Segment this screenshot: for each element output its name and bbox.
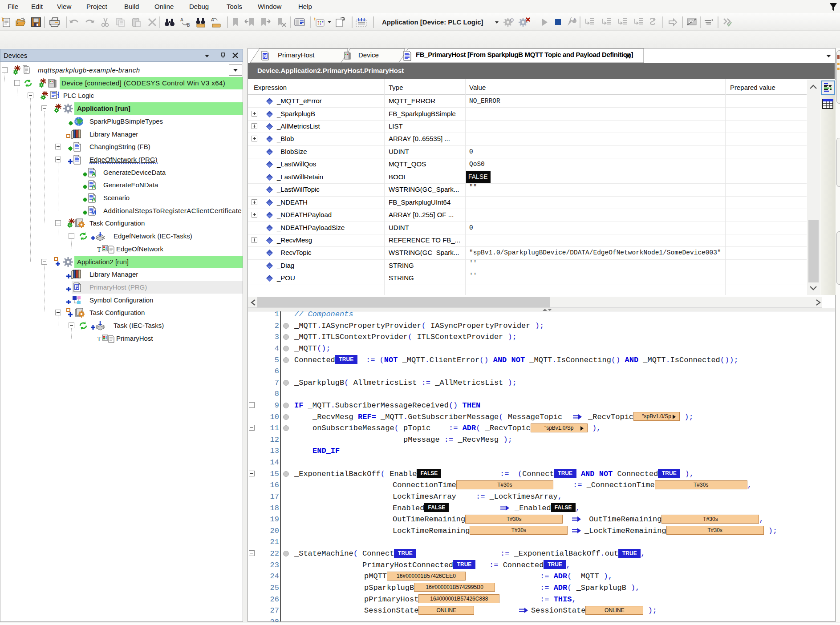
svg-text:T: T <box>97 246 101 253</box>
svg-text:A: A <box>92 183 96 190</box>
svg-text:A: A <box>211 17 214 22</box>
svg-text:A: A <box>92 171 96 177</box>
svg-text:A: A <box>180 17 183 22</box>
svg-text:M: M <box>91 209 96 216</box>
svg-text:A: A <box>92 196 96 203</box>
svg-text:T: T <box>97 335 101 343</box>
svg-text:B: B <box>187 23 190 28</box>
